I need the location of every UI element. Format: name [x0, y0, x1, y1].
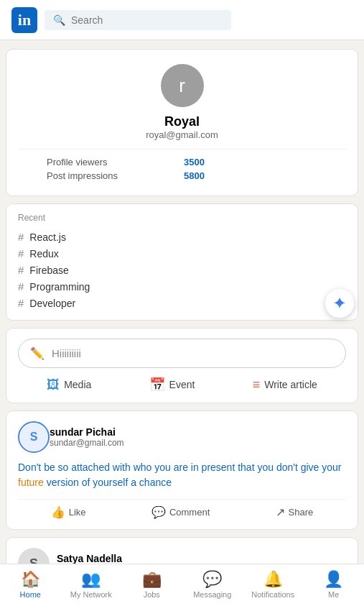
- event-button[interactable]: 📅 Event: [149, 377, 195, 392]
- comment-label-sundar: Comment: [169, 507, 210, 518]
- hashtag-item[interactable]: #Programming: [18, 278, 346, 295]
- home-icon: 🏠: [21, 570, 40, 589]
- hashtag-label: React.js: [29, 231, 66, 243]
- hashtag-symbol: #: [18, 280, 24, 293]
- hashtag-label: Programming: [29, 281, 90, 293]
- like-label-sundar: Like: [69, 507, 86, 518]
- hashtag-symbol: #: [18, 231, 24, 243]
- profile-card: r Royal royal@gmail.com Profile viewers …: [6, 49, 358, 196]
- nav-notifications[interactable]: 🔔 Notifications: [251, 570, 294, 599]
- author-name-sundar: sundar Pichai: [50, 426, 124, 438]
- post-placeholder: Hiiiiiiiii: [52, 347, 81, 359]
- write-article-button[interactable]: ≡ Write article: [253, 377, 317, 392]
- article-icon: ≡: [253, 377, 261, 392]
- post-actions: 🖼 Media 📅 Event ≡ Write article: [18, 377, 346, 392]
- media-button[interactable]: 🖼 Media: [47, 377, 91, 392]
- nav-messaging[interactable]: 💬 Messaging: [191, 570, 234, 599]
- ai-star-icon: ✦: [332, 293, 347, 313]
- messaging-icon: 💬: [202, 570, 222, 589]
- linkedin-logo: in: [11, 7, 37, 33]
- avatar: r: [161, 64, 204, 107]
- share-icon: ↗: [276, 505, 285, 519]
- notifications-icon: 🔔: [263, 570, 283, 589]
- post-input-row[interactable]: ✏️ Hiiiiiiiii: [18, 339, 346, 368]
- top-navigation: in 🔍: [0, 0, 364, 40]
- event-label: Event: [169, 379, 195, 390]
- comment-icon: 💬: [151, 505, 166, 519]
- network-label: My Network: [70, 590, 112, 599]
- main-content: r Royal royal@gmail.com Profile viewers …: [0, 40, 364, 606]
- search-icon: 🔍: [53, 14, 65, 26]
- post-text-part-1: Don't be so attached with who you are in…: [18, 462, 342, 473]
- comment-button-sundar[interactable]: 💬 Comment: [151, 505, 210, 519]
- author-name-satya: Satya Nadella: [57, 553, 153, 564]
- stat-value-impressions: 5800: [184, 170, 205, 181]
- profile-name: Royal: [18, 114, 346, 129]
- stat-value-viewers: 3500: [184, 157, 205, 167]
- nav-home[interactable]: 🏠 Home: [9, 570, 52, 599]
- hashtag-item[interactable]: #Firebase: [18, 262, 346, 278]
- jobs-icon: 💼: [142, 570, 162, 589]
- event-icon: 📅: [149, 377, 165, 392]
- author-email-sundar: sundar@gmail.com: [50, 438, 124, 448]
- pencil-icon: ✏️: [30, 346, 45, 360]
- post-text-part-future: future: [18, 477, 44, 488]
- write-article-label: Write article: [264, 379, 317, 390]
- post-actions-sundar: 👍 Like 💬 Comment ↗ Share: [18, 499, 346, 519]
- post-header-sundar: S sundar Pichai sundar@gmail.com: [18, 421, 346, 453]
- like-icon: 👍: [51, 505, 65, 519]
- hashtag-label: Developer: [29, 298, 75, 309]
- post-text-part-2: version of yourself a chance: [44, 477, 172, 488]
- nav-me[interactable]: 👤 Me: [312, 570, 355, 599]
- hashtag-list: #React.js#Redux#Firebase#Programming#Dev…: [18, 229, 346, 311]
- hashtag-symbol: #: [18, 247, 24, 260]
- bottom-navigation: 🏠 Home 👥 My Network 💼 Jobs 💬 Messaging 🔔…: [0, 564, 364, 606]
- profile-stats: Profile viewers 3500 Post impressions 58…: [18, 149, 346, 184]
- hashtag-item[interactable]: #Redux: [18, 245, 346, 262]
- ai-button[interactable]: ✦: [325, 289, 354, 318]
- recent-title: Recent: [18, 213, 346, 223]
- hashtag-label: Firebase: [29, 265, 68, 276]
- stat-label-impressions: Post impressions: [47, 170, 118, 181]
- share-button-sundar[interactable]: ↗ Share: [276, 505, 314, 519]
- hashtag-item[interactable]: #React.js: [18, 229, 346, 245]
- me-icon: 👤: [324, 570, 343, 589]
- hashtag-symbol: #: [18, 297, 24, 309]
- messaging-label: Messaging: [193, 590, 231, 599]
- recent-card: Recent #React.js#Redux#Firebase#Programm…: [6, 203, 358, 321]
- network-icon: 👥: [81, 570, 101, 589]
- media-icon: 🖼: [47, 377, 60, 392]
- stat-row-viewers: Profile viewers 3500: [47, 157, 205, 167]
- avatar-sundar: S: [18, 421, 50, 453]
- me-label: Me: [328, 590, 339, 599]
- home-label: Home: [20, 590, 41, 599]
- hashtag-item[interactable]: #Developer: [18, 295, 346, 311]
- nav-network[interactable]: 👥 My Network: [70, 570, 113, 599]
- search-input[interactable]: [71, 14, 223, 26]
- hashtag-label: Redux: [29, 248, 58, 260]
- nav-jobs[interactable]: 💼 Jobs: [130, 570, 173, 599]
- hashtag-symbol: #: [18, 264, 24, 276]
- share-label-sundar: Share: [289, 507, 314, 518]
- search-bar[interactable]: 🔍: [45, 10, 231, 30]
- post-input-card: ✏️ Hiiiiiiiii 🖼 Media 📅 Event ≡ Write ar…: [6, 328, 358, 403]
- post-text-sundar: Don't be so attached with who you are in…: [18, 460, 346, 490]
- like-button-sundar[interactable]: 👍 Like: [51, 505, 86, 519]
- jobs-label: Jobs: [144, 590, 160, 599]
- post-card-sundar: S sundar Pichai sundar@gmail.com Don't b…: [6, 410, 358, 530]
- stat-row-impressions: Post impressions 5800: [47, 170, 205, 181]
- stat-label-viewers: Profile viewers: [47, 157, 108, 167]
- profile-email: royal@gmail.com: [18, 129, 346, 140]
- notifications-label: Notifications: [251, 590, 294, 599]
- media-label: Media: [64, 379, 91, 390]
